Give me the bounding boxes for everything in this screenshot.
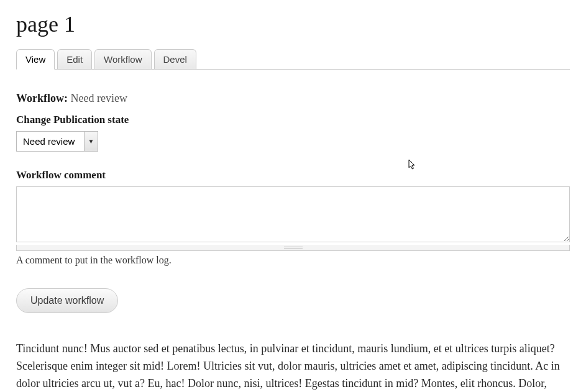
workflow-comment-input[interactable] [16,186,570,242]
update-workflow-button[interactable]: Update workflow [16,288,118,313]
content-body: Tincidunt nunc! Mus auctor sed et penati… [16,340,570,392]
textarea-resize-handle[interactable] [16,245,570,251]
tab-view[interactable]: View [16,49,55,70]
tab-workflow[interactable]: Workflow [94,49,151,70]
tab-devel[interactable]: Devel [154,49,196,70]
change-state-label: Change Publication state [16,114,570,126]
page-title: page 1 [16,11,570,37]
workflow-status-value: Need review [71,92,127,104]
chevron-down-icon: ▼ [84,132,98,151]
grip-icon [284,247,303,248]
workflow-comment-label: Workflow comment [16,169,570,181]
workflow-comment-help: A comment to put in the workflow log. [16,255,570,266]
state-select[interactable]: Need review [17,132,84,151]
tab-edit[interactable]: Edit [57,49,92,70]
tabs: View Edit Workflow Devel [16,48,570,70]
state-select-wrap[interactable]: Need review ▼ [16,131,98,152]
workflow-status-label: Workflow: [16,92,68,104]
workflow-status: Workflow: Need review [16,92,570,105]
